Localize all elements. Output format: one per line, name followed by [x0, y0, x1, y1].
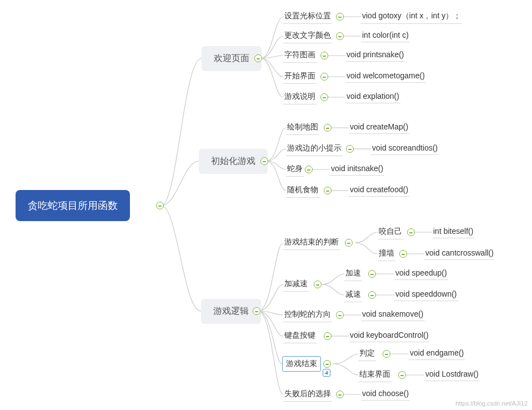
collapse-icon[interactable]	[399, 250, 407, 258]
leaf-bite-self[interactable]: 咬自己	[378, 226, 403, 239]
leaf-game-desc[interactable]: 游戏说明	[283, 91, 317, 104]
collapse-icon[interactable]	[368, 270, 376, 278]
collapse-icon[interactable]	[368, 291, 376, 299]
leaf-char-draw[interactable]: 字符图画	[283, 49, 317, 63]
collapse-icon[interactable]	[260, 157, 268, 165]
collapse-icon[interactable]	[336, 32, 344, 40]
leaf-func[interactable]: void scoreandtios()	[371, 142, 439, 155]
collapse-icon[interactable]	[336, 311, 344, 319]
collapse-icon[interactable]	[314, 281, 322, 288]
leaf-func[interactable]: void keyboardControl()	[349, 329, 430, 342]
collapse-icon[interactable]	[398, 371, 406, 379]
collapse-icon[interactable]	[324, 187, 332, 194]
leaf-lose-choose[interactable]: 失败后的选择	[283, 388, 332, 402]
collapse-icon[interactable]	[254, 54, 262, 62]
leaf-end-screen[interactable]: 结束界面	[358, 368, 392, 382]
collapse-icon[interactable]	[346, 145, 354, 153]
leaf-random-food[interactable]: 随机食物	[286, 184, 319, 198]
branch-label: 欢迎页面	[214, 53, 249, 63]
leaf-func[interactable]: void printsnake()	[345, 49, 405, 62]
leaf-control-dir[interactable]: 控制蛇的方向	[283, 308, 332, 322]
leaf-func[interactable]: viod gotoxy（int x，int y）；	[361, 10, 462, 24]
leaf-func[interactable]: void cantcrosswall()	[424, 247, 495, 260]
branch-init[interactable]: 初始化游戏	[199, 149, 268, 174]
collapse-icon[interactable]	[345, 239, 353, 247]
leaf-hit-wall[interactable]: 撞墙	[378, 247, 395, 261]
leaf-cursor-pos[interactable]: 设置光标位置	[283, 10, 332, 24]
collapse-icon[interactable]	[253, 307, 260, 315]
branch-label: 游戏逻辑	[213, 306, 249, 316]
collapse-icon[interactable]	[305, 166, 313, 173]
collapse-icon[interactable]	[407, 228, 415, 236]
leaf-speed-up[interactable]: 加速	[344, 267, 362, 281]
leaf-snake-body[interactable]: 蛇身	[286, 163, 304, 177]
collapse-icon[interactable]	[324, 332, 332, 340]
branch-welcome[interactable]: 欢迎页面	[202, 46, 262, 71]
leaf-side-tips[interactable]: 游戏边的小提示	[286, 142, 343, 156]
leaf-speed-down[interactable]: 减速	[344, 288, 362, 302]
collapse-icon[interactable]	[323, 360, 331, 368]
branch-label: 初始化游戏	[211, 156, 255, 166]
leaf-start-screen[interactable]: 开始界面	[283, 70, 317, 84]
root-label: 贪吃蛇项目所用函数	[28, 200, 118, 211]
collapse-icon[interactable]	[320, 73, 328, 81]
leaf-text-color[interactable]: 更改文字颜色	[283, 29, 332, 43]
leaf-func[interactable]: void initsnake()	[330, 163, 384, 176]
collapse-icon[interactable]	[156, 202, 164, 209]
leaf-func[interactable]: void endgame()	[409, 347, 465, 360]
collapse-icon[interactable]	[320, 93, 328, 101]
leaf-func[interactable]: int biteself()	[432, 226, 474, 238]
watermark: https://blog.csdn.net/AJI12	[455, 400, 528, 407]
leaf-func[interactable]: void createfood()	[349, 184, 409, 197]
leaf-func[interactable]: void Lostdraw()	[424, 368, 480, 381]
leaf-func[interactable]: void speeddown()	[394, 288, 458, 301]
collapse-icon[interactable]	[383, 350, 390, 358]
leaf-end-judge[interactable]: 判定	[358, 347, 376, 361]
leaf-func[interactable]: void speedup()	[394, 267, 448, 280]
leaf-func[interactable]: void welcometogame()	[345, 70, 426, 83]
leaf-game-over-judge[interactable]: 游戏结束的判断	[283, 236, 340, 250]
leaf-func[interactable]: void explation()	[345, 91, 400, 103]
branch-logic[interactable]: 游戏逻辑	[201, 299, 261, 324]
leaf-game-end[interactable]: 游戏结束	[282, 356, 321, 372]
collapse-icon[interactable]	[336, 391, 344, 398]
collapse-icon[interactable]	[324, 124, 332, 132]
leaf-func[interactable]: void choose()	[361, 388, 410, 401]
collapse-icon[interactable]	[336, 13, 344, 21]
leaf-speed[interactable]: 加减速	[283, 278, 309, 292]
leaf-func[interactable]: void snakemove()	[361, 308, 425, 321]
expand-icon[interactable]	[323, 369, 330, 377]
collapse-icon[interactable]	[320, 52, 328, 59]
leaf-func[interactable]: int color(int c)	[361, 29, 410, 42]
leaf-keyboard[interactable]: 键盘按键	[283, 329, 317, 343]
root-node[interactable]: 贪吃蛇项目所用函数	[16, 190, 130, 221]
leaf-func[interactable]: void createMap()	[349, 121, 409, 134]
leaf-draw-map[interactable]: 绘制地图	[286, 121, 319, 135]
